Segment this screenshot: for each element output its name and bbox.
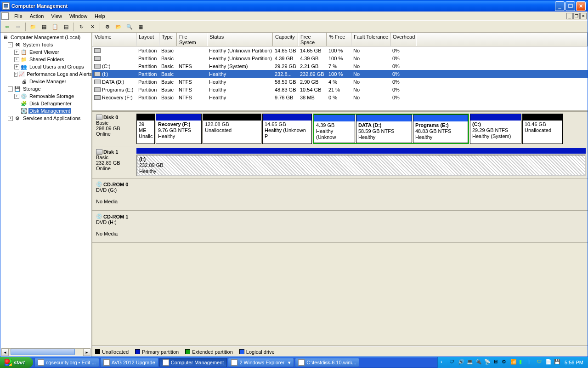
scroll-right-button[interactable]: ►: [83, 349, 90, 356]
col-status[interactable]: Status: [207, 33, 273, 46]
volume-row[interactable]: Programs (E:)PartitionBasicNTFSHealthy48…: [92, 86, 588, 93]
tray-icon[interactable]: 🖥: [493, 359, 500, 366]
menu-view[interactable]: View: [47, 12, 66, 20]
settings-button[interactable]: ⚙: [103, 22, 112, 31]
taskbar-item[interactable]: C:\testdisk-6.10.win\...: [295, 358, 359, 367]
col-free[interactable]: Free Space: [298, 33, 327, 46]
tree-storage[interactable]: -💾Storage: [1, 85, 90, 92]
titlebar[interactable]: Computer Management _ ❐ ✕: [0, 0, 588, 12]
partition[interactable]: 4.39 GBHealthy (Unknow: [314, 115, 355, 143]
expand-icon[interactable]: +: [14, 72, 17, 77]
menu-action[interactable]: Action: [26, 12, 48, 20]
tree-perflogs[interactable]: +📈Performance Logs and Alerts: [1, 70, 90, 78]
clock[interactable]: 5:56 PM: [563, 360, 585, 365]
tray-network-icon[interactable]: 📶: [510, 359, 518, 366]
menu-help[interactable]: Help: [91, 12, 109, 20]
delete-button[interactable]: ✕: [88, 22, 97, 31]
tree-systools[interactable]: -🛠System Tools: [1, 41, 90, 48]
tree-devmgr[interactable]: 🖨Device Manager: [1, 78, 90, 85]
partition[interactable]: 39 MEUnallc: [136, 114, 155, 144]
tray-icon[interactable]: 🛡: [449, 359, 457, 366]
properties-button[interactable]: ▦: [40, 22, 49, 31]
tree-sharedfolders[interactable]: +📁Shared Folders: [1, 56, 90, 63]
taskbar-item[interactable]: Computer Management: [159, 358, 227, 367]
taskbar-item[interactable]: cgsecurity.org • Edit ...: [34, 358, 99, 367]
tree-localusers[interactable]: +👥Local Users and Groups: [1, 63, 90, 70]
menu-file[interactable]: File: [11, 12, 26, 20]
find-button[interactable]: 🔍: [125, 22, 134, 31]
volume-row[interactable]: PartitionBasicHealthy (Unknown Partition…: [92, 54, 588, 62]
maximize-button[interactable]: ❐: [565, 1, 575, 11]
help-button[interactable]: ▦: [136, 22, 145, 31]
col-layout[interactable]: Layout: [136, 33, 159, 46]
tree-remstorage[interactable]: +💿Removable Storage: [1, 92, 90, 100]
forward-button[interactable]: ⇨: [13, 22, 23, 31]
partition[interactable]: Programs (E:)48.83 GB NTFSHealthy: [413, 115, 468, 143]
volume-row[interactable]: DATA (D:)PartitionBasicNTFSHealthy58.59 …: [92, 78, 588, 86]
collapse-icon[interactable]: -: [8, 42, 13, 47]
partition[interactable]: DATA (D:)58.59 GB NTFSHealthy: [356, 115, 412, 143]
tree-root[interactable]: 🖥Computer Management (Local): [1, 34, 90, 41]
list-button[interactable]: ▤: [62, 22, 71, 31]
partition[interactable]: 122.08 GBUnallocated: [203, 114, 261, 144]
expand-icon[interactable]: +: [14, 94, 19, 99]
taskbar-item[interactable]: 2 Windows Explorer▾: [228, 358, 294, 367]
expand-icon[interactable]: +: [14, 64, 19, 69]
volume-row[interactable]: (I:)PartitionBasicHealthy232.8...232.89 …: [92, 70, 588, 78]
tray-icon[interactable]: 💾: [554, 359, 561, 366]
tray-icon[interactable]: 📡: [484, 359, 492, 366]
tray-icon[interactable]: 🔌: [475, 359, 483, 366]
tree-services[interactable]: +⚙Services and Applications: [1, 115, 90, 122]
tray-shield-icon[interactable]: 🛡: [537, 359, 544, 366]
tree-defrag[interactable]: 🧩Disk Defragmenter: [1, 100, 90, 107]
col-volume[interactable]: Volume: [92, 33, 136, 46]
tray-icon[interactable]: 🔊: [458, 359, 465, 366]
collapse-icon[interactable]: -: [8, 86, 13, 92]
system-tray[interactable]: ‹ 🛡 🔊 💻 🔌 📡 🖥 ⚙ 📶 ▮ ᛒ 🛡 📄 💾 5:56 PM: [437, 357, 588, 368]
col-type[interactable]: Type: [159, 33, 177, 46]
tree-diskmgmt[interactable]: 💽Disk Management: [1, 107, 90, 115]
tray-icon[interactable]: 💻: [467, 359, 474, 366]
volume-row[interactable]: (C:)PartitionBasicNTFSHealthy (System)29…: [92, 62, 588, 70]
open-button[interactable]: 📂: [114, 22, 123, 31]
col-ft[interactable]: Fault Tolerance: [351, 33, 390, 46]
partition[interactable]: (C:)29.29 GB NTFSHealthy (System): [470, 114, 521, 144]
partition[interactable]: Recovery (F:)9.76 GB NTFSHealthy: [156, 114, 202, 144]
tray-signal-icon[interactable]: ▮: [519, 359, 526, 366]
mdi-minimize-button[interactable]: _: [566, 13, 573, 19]
col-fs[interactable]: File System: [177, 33, 207, 46]
tray-icon[interactable]: ⚙: [502, 359, 509, 366]
col-capacity[interactable]: Capacity: [273, 33, 298, 46]
partition[interactable]: 10.46 GBUnallocated: [522, 114, 563, 144]
close-button[interactable]: ✕: [576, 1, 586, 11]
disk0-info[interactable]: Disk 0 Basic 298.09 GB Online: [94, 114, 136, 144]
up-button[interactable]: 📁: [28, 22, 38, 31]
cd0-info[interactable]: 💿CD-ROM 0 DVD (G:) No Media: [94, 180, 136, 208]
minimize-button[interactable]: _: [555, 1, 565, 11]
taskbar-item[interactable]: AVG 2012 Upgrade: [100, 358, 158, 367]
expand-icon[interactable]: +: [8, 116, 13, 121]
mdi-restore-button[interactable]: ❐: [573, 13, 580, 19]
partition-i[interactable]: (I:)232.89 GBHealthy: [136, 155, 586, 176]
volume-list[interactable]: Volume Layout Type File System Status Ca…: [92, 33, 588, 112]
col-oh[interactable]: Overhead: [390, 33, 416, 46]
volume-row[interactable]: Recovery (F:)PartitionBasicNTFSHealthy9.…: [92, 93, 588, 101]
tray-arrow-icon[interactable]: ‹: [441, 359, 448, 366]
scroll-thumb[interactable]: [11, 349, 75, 355]
back-button[interactable]: ⇦: [2, 22, 11, 31]
tree-eventviewer[interactable]: +📋Event Viewer: [1, 48, 90, 56]
mdi-close-button[interactable]: ✕: [580, 13, 587, 19]
expand-icon[interactable]: +: [14, 50, 19, 55]
start-button[interactable]: start: [0, 357, 33, 368]
view-button[interactable]: 📋: [51, 22, 60, 31]
nav-tree[interactable]: 🖥Computer Management (Local) -🛠System To…: [0, 33, 92, 356]
refresh-button[interactable]: ↻: [77, 22, 86, 31]
partition[interactable]: 14.65 GBHealthy (Unknown P: [262, 114, 312, 144]
scroll-left-button[interactable]: ◄: [1, 349, 9, 356]
expand-icon[interactable]: +: [14, 57, 19, 62]
volume-row[interactable]: PartitionBasicHealthy (Unknown Partition…: [92, 46, 588, 54]
tray-bluetooth-icon[interactable]: ᛒ: [528, 359, 535, 366]
cd1-info[interactable]: 💿CD-ROM 1 DVD (H:) No Media: [94, 213, 136, 241]
tray-icon[interactable]: 📄: [545, 359, 553, 366]
col-pfree[interactable]: % Free: [327, 33, 351, 46]
